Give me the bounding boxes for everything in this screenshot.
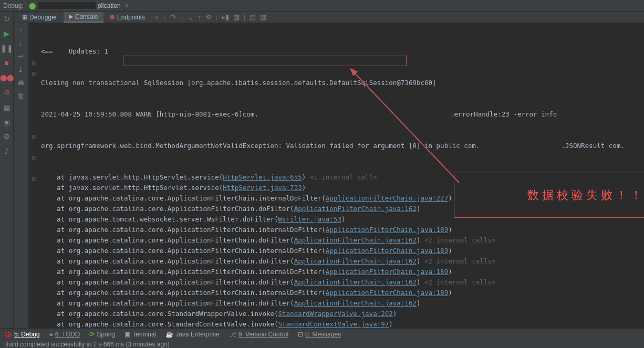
- settings-icon[interactable]: ⚙: [3, 132, 11, 141]
- drop-frame-icon[interactable]: ⟲: [205, 13, 211, 21]
- run-to-cursor-icon[interactable]: ▸▮: [222, 13, 229, 21]
- close-icon[interactable]: ×: [125, 2, 129, 9]
- step-over-icon[interactable]: ↷: [170, 13, 176, 21]
- tool-spring[interactable]: ⟳ Spring: [89, 331, 115, 338]
- camera-icon[interactable]: ▣: [3, 118, 11, 126]
- soft-wrap-icon[interactable]: ↩: [18, 52, 24, 60]
- more-icon[interactable]: ▦: [260, 13, 266, 21]
- source-link[interactable]: ApplicationFilterChain.java:162: [294, 299, 417, 307]
- fold-handle[interactable]: ⊞: [28, 58, 39, 68]
- source-link[interactable]: StandardWrapperValve.java:202: [278, 310, 393, 318]
- internal-calls-note: <2 internal calls>: [424, 236, 495, 244]
- tool-java-ee[interactable]: ☕ Java Enterprise: [165, 331, 219, 338]
- scroll-up-icon[interactable]: ↑: [19, 26, 23, 34]
- evaluate-icon[interactable]: ▦: [233, 13, 240, 21]
- fold-handle[interactable]: ⊞: [28, 68, 39, 79]
- mute-breakpoints-icon[interactable]: ⊘: [3, 88, 11, 97]
- stack-trace-line: at org.apache.catalina.core.StandardWrap…: [39, 309, 644, 319]
- stack-trace-line: at org.apache.catalina.core.ApplicationF…: [39, 235, 644, 246]
- breakpoints-icon[interactable]: ⬤⬤: [3, 73, 11, 82]
- print-icon[interactable]: 🖶: [17, 79, 24, 87]
- fold-handle[interactable]: ⊞: [28, 173, 39, 184]
- tab-debugger-label: Debugger: [29, 14, 57, 21]
- stack-trace-line: at org.apache.catalina.core.ApplicationF…: [39, 246, 644, 256]
- tab-debugger[interactable]: ▦ Debugger: [17, 13, 63, 22]
- internal-calls-note: <1 internal call>: [310, 173, 377, 181]
- rerun-icon[interactable]: ↻: [3, 15, 11, 23]
- resume-icon[interactable]: ▶: [3, 29, 11, 38]
- divider: |: [215, 13, 217, 21]
- exception-line: org.springframework.web.bind.MethodArgum…: [39, 141, 644, 151]
- source-link[interactable]: ApplicationFilterChain.java:227: [326, 194, 448, 202]
- tab-endpoints[interactable]: ⬢ Endpoints: [105, 13, 150, 22]
- log-line: Closing non transactional SqlSession [or…: [39, 78, 644, 88]
- stack-trace-line: at org.apache.catalina.core.ApplicationF…: [39, 267, 644, 277]
- debug-toolwindow-header: Debug: ⬤ plication ×: [0, 0, 644, 12]
- source-link[interactable]: HttpServlet.java:733: [223, 184, 302, 192]
- source-link[interactable]: ApplicationFilterChain.java:162: [294, 205, 417, 213]
- source-link[interactable]: ApplicationFilterChain.java:189: [326, 226, 448, 234]
- pin-icon[interactable]: ⤴: [3, 147, 11, 155]
- stack-trace-line: at org.apache.catalina.core.ApplicationF…: [39, 277, 644, 288]
- scroll-down-icon[interactable]: ↓: [19, 39, 23, 47]
- source-link[interactable]: ApplicationFilterChain.java:189: [326, 247, 448, 255]
- stack-trace-line: at org.apache.catalina.core.StandardCont…: [39, 319, 644, 328]
- source-link[interactable]: ApplicationFilterChain.java:189: [326, 268, 448, 276]
- console-output[interactable]: <== Updates: 1 Closing non transactional…: [39, 23, 644, 328]
- bug-icon: ⬤: [29, 2, 36, 9]
- step-into-icon[interactable]: ↓: [180, 13, 184, 21]
- force-step-into-icon[interactable]: ⤓: [188, 13, 194, 21]
- redacted-app-name: [38, 2, 96, 9]
- tool-vcs[interactable]: ⎇ 9: Version Control: [229, 331, 288, 338]
- debug-tabs-row: ▦ Debugger ▶ Console ⬢ Endpoints ≡ | ↷ ↓…: [14, 12, 644, 23]
- step-out-icon[interactable]: ↑: [198, 13, 202, 21]
- console-gutter: ↑ ↓ ↩ ⤓ 🖶 🗑: [14, 23, 28, 328]
- internal-calls-note: <2 internal calls>: [424, 257, 495, 265]
- stack-trace-line: at org.apache.catalina.core.ApplicationF…: [39, 298, 644, 309]
- internal-calls-note: <2 internal calls>: [424, 278, 495, 286]
- left-tool-gutter: ↻ ▶ ❚❚ ■ ⬤⬤ ⊘ ▤ ▣ ⚙ ⤴: [0, 12, 14, 328]
- tab-console-label: Console: [75, 13, 98, 20]
- tool-todo[interactable]: ≡ 6: TODO: [49, 331, 80, 338]
- source-link[interactable]: WsFilter.java:53: [278, 215, 341, 223]
- stack-trace-line: at org.apache.catalina.core.ApplicationF…: [39, 256, 644, 267]
- svg-line-0: [354, 72, 459, 183]
- tool-debug[interactable]: 🐞 5: Debug: [4, 331, 40, 338]
- layout-icon[interactable]: ▤: [3, 103, 11, 111]
- source-link[interactable]: HttpServlet.java:655: [223, 173, 302, 181]
- scroll-end-icon[interactable]: ⤓: [18, 66, 24, 73]
- fold-handle[interactable]: ⊞: [28, 152, 39, 163]
- build-status-bar: Build completed successfully in 2 s 666 …: [0, 340, 644, 348]
- fold-gutter: ⊞ ⊞ ⊞ ⊞ ⊞: [28, 23, 39, 328]
- console-icon: ▶: [69, 13, 73, 20]
- stop-icon[interactable]: ■: [3, 59, 11, 67]
- divider: |: [244, 13, 245, 21]
- source-link[interactable]: ApplicationFilterChain.java:189: [326, 289, 448, 297]
- source-link[interactable]: StandardContextValve.java:97: [278, 320, 389, 328]
- pause-icon[interactable]: ❚❚: [3, 44, 11, 52]
- endpoints-icon: ⬢: [110, 14, 115, 20]
- bottom-toolwindow-bar: 🐞 5: Debug ≡ 6: TODO ⟳ Spring ▣ Terminal…: [0, 328, 644, 340]
- log-line: 2021-04-25 10:59:50.808 WARN [http-nio-8…: [39, 109, 644, 120]
- fold-handle[interactable]: ⊞: [28, 131, 39, 142]
- source-link[interactable]: ApplicationFilterChain.java:162: [294, 278, 417, 286]
- source-link[interactable]: ApplicationFilterChain.java:162: [294, 236, 417, 244]
- annotation-text: 数据校验失败！！！: [527, 188, 644, 202]
- source-link[interactable]: ApplicationFilterChain.java:162: [294, 257, 417, 265]
- tab-menu-icon[interactable]: ≡: [154, 14, 158, 21]
- debugger-icon: ▦: [22, 14, 27, 20]
- debug-label: Debug:: [3, 2, 24, 9]
- stack-trace-line: at org.apache.catalina.core.ApplicationF…: [39, 225, 644, 235]
- tool-messages[interactable]: ⊡ 0: Messages: [298, 331, 341, 338]
- log-line: <== Updates: 1: [39, 46, 644, 57]
- annotation-box: 数据校验失败！！！: [454, 173, 644, 218]
- tool-terminal[interactable]: ▣ Terminal: [124, 331, 156, 338]
- stack-trace-line: at org.apache.catalina.core.ApplicationF…: [39, 288, 644, 298]
- clear-icon[interactable]: 🗑: [17, 92, 24, 100]
- tab-console[interactable]: ▶ Console: [64, 12, 103, 23]
- tab-divider: |: [163, 14, 165, 21]
- tab-endpoints-label: Endpoints: [117, 14, 145, 21]
- trace-icon[interactable]: ▤: [250, 13, 256, 21]
- build-message: Build completed successfully in 2 s 666 …: [4, 341, 170, 348]
- exception-highlight-box: [123, 56, 407, 66]
